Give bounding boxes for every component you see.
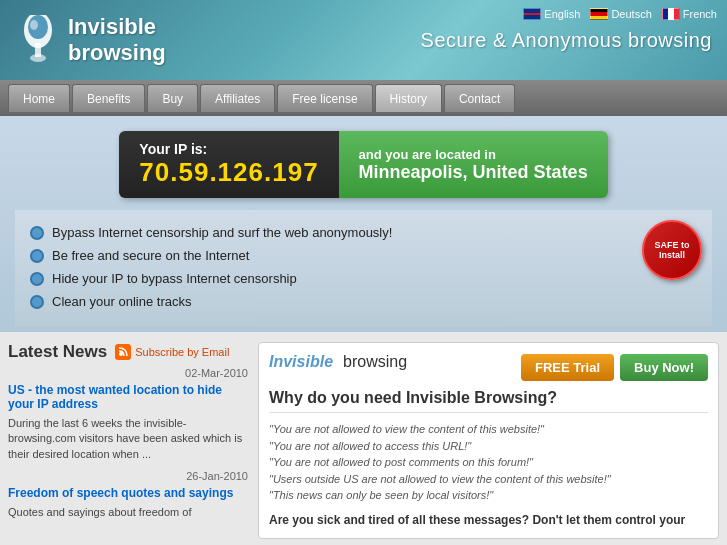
- nav-affiliates[interactable]: Affiliates: [200, 84, 275, 112]
- news-date-1: 02-Mar-2010: [8, 367, 248, 379]
- logo-text: Invisible browsing: [68, 14, 166, 67]
- brand-invisible: Invisible: [269, 353, 333, 371]
- navigation: Home Benefits Buy Affiliates Free licens…: [0, 80, 727, 116]
- free-trial-button[interactable]: FREE Trial: [521, 354, 614, 381]
- feature-1-text: Bypass Internet censorship and surf the …: [52, 225, 392, 240]
- brand-area: Invisible browsing: [269, 353, 407, 371]
- subscribe-button[interactable]: Subscribe by Email: [115, 344, 229, 360]
- nav-home[interactable]: Home: [8, 84, 70, 112]
- feature-3-text: Hide your IP to bypass Internet censorsh…: [52, 271, 297, 286]
- feature-4: Clean your online tracks: [30, 294, 697, 309]
- why-title: Why do you need Invisible Browsing?: [269, 389, 708, 413]
- logo-icon: [15, 13, 60, 68]
- site-header: English Deutsch French Invisible browsin…: [0, 0, 727, 80]
- feature-2-text: Be free and secure on the Internet: [52, 248, 249, 263]
- safe-badge-line2: Install: [659, 250, 685, 260]
- lang-deutsch-label: Deutsch: [611, 8, 651, 20]
- bullet-icon-2: [30, 249, 44, 263]
- ip-label: Your IP is:: [139, 141, 318, 157]
- bullet-icon-4: [30, 295, 44, 309]
- lang-french-label: French: [683, 8, 717, 20]
- lang-english-label: English: [544, 8, 580, 20]
- quote-1: "You are not allowed to view the content…: [269, 421, 708, 438]
- ip-address: 70.59.126.197: [139, 157, 318, 188]
- quotes-block: "You are not allowed to view the content…: [269, 421, 708, 504]
- feature-4-text: Clean your online tracks: [52, 294, 191, 309]
- nav-free-license[interactable]: Free license: [277, 84, 372, 112]
- header-tagline: Secure & Anonymous browsing: [421, 29, 712, 52]
- ip-left-panel: Your IP is: 70.59.126.197: [119, 131, 338, 198]
- svg-point-2: [30, 20, 38, 30]
- ip-location: Minneapolis, United States: [359, 162, 588, 183]
- rss-icon: [115, 344, 131, 360]
- news-link-2[interactable]: Freedom of speech quotes and sayings: [8, 486, 248, 500]
- news-title: Latest News: [8, 342, 107, 362]
- main-content: Your IP is: 70.59.126.197 and you are lo…: [0, 116, 727, 545]
- features-list: Bypass Internet censorship and surf the …: [15, 210, 712, 327]
- nav-buy[interactable]: Buy: [147, 84, 198, 112]
- nav-history[interactable]: History: [375, 84, 442, 112]
- ip-banner: Your IP is: 70.59.126.197 and you are lo…: [119, 131, 607, 198]
- quote-5: "This news can only be seen by local vis…: [269, 487, 708, 504]
- lang-english[interactable]: English: [523, 8, 580, 20]
- news-body-1: During the last 6 weeks the invisible-br…: [8, 416, 248, 462]
- quote-4: "Users outside US are not allowed to vie…: [269, 471, 708, 488]
- subscribe-label: Subscribe by Email: [135, 346, 229, 358]
- feature-3: Hide your IP to bypass Internet censorsh…: [30, 271, 697, 286]
- logo-line2: browsing: [68, 40, 166, 66]
- bullet-icon-1: [30, 226, 44, 240]
- news-body-2: Quotes and sayings about freedom of: [8, 505, 248, 520]
- lang-deutsch[interactable]: Deutsch: [590, 8, 651, 20]
- logo-area: Invisible browsing: [15, 13, 166, 68]
- quote-3: "You are not allowed to post comments on…: [269, 454, 708, 471]
- nav-contact[interactable]: Contact: [444, 84, 515, 112]
- buy-now-button[interactable]: Buy Now!: [620, 354, 708, 381]
- feature-1: Bypass Internet censorship and surf the …: [30, 225, 697, 240]
- cta-text: Are you sick and tired of all these mess…: [269, 512, 708, 529]
- ip-right-panel: and you are located in Minneapolis, Unit…: [339, 131, 608, 198]
- safe-badge-line1: SAFE to: [655, 240, 690, 250]
- flag-de-icon: [590, 8, 608, 20]
- flag-uk-icon: [523, 8, 541, 20]
- news-header: Latest News Subscribe by Email: [8, 342, 248, 362]
- news-link-1[interactable]: US - the most wanted location to hide yo…: [8, 383, 248, 411]
- logo-line1: Invisible: [68, 14, 166, 40]
- brand-browsing: browsing: [343, 353, 407, 371]
- features-section: Bypass Internet censorship and surf the …: [15, 210, 712, 332]
- flag-fr-icon: [662, 8, 680, 20]
- quote-2: "You are not allowed to access this URL!…: [269, 438, 708, 455]
- news-date-2: 26-Jan-2010: [8, 470, 248, 482]
- product-panel: Invisible browsing FREE Trial Buy Now! W…: [258, 342, 719, 539]
- news-column: Latest News Subscribe by Email 02-Mar-20…: [8, 342, 258, 539]
- lang-french[interactable]: French: [662, 8, 717, 20]
- svg-point-4: [30, 54, 46, 62]
- nav-benefits[interactable]: Benefits: [72, 84, 145, 112]
- language-bar: English Deutsch French: [523, 8, 717, 20]
- two-col-layout: Latest News Subscribe by Email 02-Mar-20…: [0, 332, 727, 545]
- feature-2: Be free and secure on the Internet: [30, 248, 697, 263]
- safe-badge: SAFE to Install: [642, 220, 702, 280]
- bullet-icon-3: [30, 272, 44, 286]
- ip-located-label: and you are located in: [359, 147, 588, 162]
